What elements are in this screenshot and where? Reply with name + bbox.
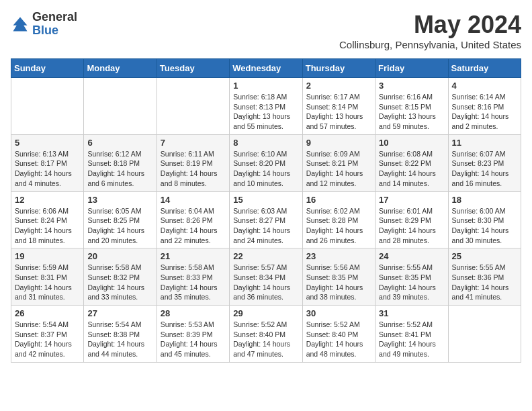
day-info: Sunrise: 6:14 AMSunset: 8:16 PMDaylight:… bbox=[452, 92, 517, 132]
day-info: Sunrise: 5:55 AMSunset: 8:36 PMDaylight:… bbox=[452, 263, 517, 302]
calendar-week-row: 19Sunrise: 5:59 AMSunset: 8:31 PMDayligh… bbox=[11, 248, 521, 306]
day-number: 10 bbox=[379, 138, 444, 148]
calendar-day-cell: 17Sunrise: 6:01 AMSunset: 8:29 PMDayligh… bbox=[375, 191, 448, 248]
calendar-day-cell: 25Sunrise: 5:55 AMSunset: 8:36 PMDayligh… bbox=[448, 248, 521, 306]
day-number: 5 bbox=[15, 138, 80, 148]
day-number: 1 bbox=[233, 81, 298, 91]
calendar-day-cell bbox=[448, 306, 521, 363]
calendar-day-cell: 18Sunrise: 6:00 AMSunset: 8:30 PMDayligh… bbox=[448, 191, 521, 248]
day-number: 27 bbox=[87, 308, 152, 318]
day-info: Sunrise: 6:17 AMSunset: 8:14 PMDaylight:… bbox=[306, 92, 371, 132]
day-number: 22 bbox=[233, 251, 298, 261]
calendar-day-cell: 10Sunrise: 6:08 AMSunset: 8:22 PMDayligh… bbox=[375, 134, 448, 191]
calendar-day-cell: 8Sunrise: 6:10 AMSunset: 8:20 PMDaylight… bbox=[230, 134, 302, 191]
weekday-header-cell: Monday bbox=[84, 59, 157, 78]
calendar-day-cell: 24Sunrise: 5:55 AMSunset: 8:35 PMDayligh… bbox=[375, 248, 448, 306]
day-number: 21 bbox=[161, 251, 226, 261]
day-number: 23 bbox=[306, 251, 371, 261]
logo-text: General Blue bbox=[32, 11, 77, 38]
calendar-week-row: 12Sunrise: 6:06 AMSunset: 8:24 PMDayligh… bbox=[11, 191, 521, 248]
calendar-day-cell bbox=[84, 78, 157, 135]
calendar-day-cell: 27Sunrise: 5:54 AMSunset: 8:38 PMDayligh… bbox=[84, 306, 157, 363]
day-info: Sunrise: 5:53 AMSunset: 8:39 PMDaylight:… bbox=[161, 320, 226, 359]
day-number: 9 bbox=[306, 138, 371, 148]
day-info: Sunrise: 5:54 AMSunset: 8:37 PMDaylight:… bbox=[15, 320, 80, 359]
logo-general: General bbox=[32, 10, 77, 24]
calendar-day-cell: 20Sunrise: 5:58 AMSunset: 8:32 PMDayligh… bbox=[84, 248, 157, 306]
day-info: Sunrise: 5:58 AMSunset: 8:33 PMDaylight:… bbox=[161, 263, 226, 302]
day-number: 15 bbox=[233, 195, 298, 205]
day-info: Sunrise: 5:57 AMSunset: 8:34 PMDaylight:… bbox=[233, 263, 298, 302]
calendar-day-cell: 7Sunrise: 6:11 AMSunset: 8:19 PMDaylight… bbox=[157, 134, 229, 191]
day-info: Sunrise: 6:13 AMSunset: 8:17 PMDaylight:… bbox=[15, 149, 80, 189]
logo-icon bbox=[11, 15, 30, 34]
day-number: 4 bbox=[452, 81, 517, 91]
day-info: Sunrise: 6:00 AMSunset: 8:30 PMDaylight:… bbox=[452, 206, 517, 246]
day-number: 11 bbox=[452, 138, 517, 148]
weekday-header-cell: Thursday bbox=[302, 59, 375, 78]
day-info: Sunrise: 6:01 AMSunset: 8:29 PMDaylight:… bbox=[379, 206, 444, 246]
day-number: 13 bbox=[87, 195, 152, 205]
day-info: Sunrise: 6:10 AMSunset: 8:20 PMDaylight:… bbox=[233, 149, 298, 189]
day-info: Sunrise: 6:02 AMSunset: 8:28 PMDaylight:… bbox=[306, 206, 371, 246]
calendar-week-row: 5Sunrise: 6:13 AMSunset: 8:17 PMDaylight… bbox=[11, 134, 521, 191]
day-info: Sunrise: 6:03 AMSunset: 8:27 PMDaylight:… bbox=[233, 206, 298, 246]
calendar-day-cell: 19Sunrise: 5:59 AMSunset: 8:31 PMDayligh… bbox=[11, 248, 84, 306]
calendar-day-cell: 21Sunrise: 5:58 AMSunset: 8:33 PMDayligh… bbox=[157, 248, 229, 306]
calendar-day-cell: 5Sunrise: 6:13 AMSunset: 8:17 PMDaylight… bbox=[11, 134, 84, 191]
day-number: 8 bbox=[233, 138, 298, 148]
day-number: 17 bbox=[379, 195, 444, 205]
calendar-day-cell: 1Sunrise: 6:18 AMSunset: 8:13 PMDaylight… bbox=[230, 78, 302, 135]
day-number: 31 bbox=[379, 308, 444, 318]
calendar-day-cell bbox=[11, 78, 84, 135]
day-number: 20 bbox=[87, 251, 152, 261]
calendar-day-cell: 12Sunrise: 6:06 AMSunset: 8:24 PMDayligh… bbox=[11, 191, 84, 248]
svg-marker-0 bbox=[13, 17, 28, 31]
logo-blue: Blue bbox=[32, 24, 58, 37]
weekday-header-cell: Friday bbox=[375, 59, 448, 78]
day-info: Sunrise: 6:12 AMSunset: 8:18 PMDaylight:… bbox=[87, 149, 152, 189]
calendar-day-cell: 22Sunrise: 5:57 AMSunset: 8:34 PMDayligh… bbox=[230, 248, 302, 306]
weekday-header-row: SundayMondayTuesdayWednesdayThursdayFrid… bbox=[11, 59, 521, 78]
day-number: 30 bbox=[306, 308, 371, 318]
weekday-header-cell: Wednesday bbox=[230, 59, 302, 78]
calendar-day-cell bbox=[157, 78, 229, 135]
weekday-header-cell: Tuesday bbox=[157, 59, 229, 78]
title-block: May 2024 Collinsburg, Pennsylvania, Unit… bbox=[339, 11, 521, 50]
day-info: Sunrise: 5:58 AMSunset: 8:32 PMDaylight:… bbox=[87, 263, 152, 302]
day-info: Sunrise: 5:55 AMSunset: 8:35 PMDaylight:… bbox=[379, 263, 444, 302]
day-number: 7 bbox=[161, 138, 226, 148]
calendar-day-cell: 23Sunrise: 5:56 AMSunset: 8:35 PMDayligh… bbox=[302, 248, 375, 306]
calendar-day-cell: 26Sunrise: 5:54 AMSunset: 8:37 PMDayligh… bbox=[11, 306, 84, 363]
day-info: Sunrise: 6:05 AMSunset: 8:25 PMDaylight:… bbox=[87, 206, 152, 246]
calendar-day-cell: 29Sunrise: 5:52 AMSunset: 8:40 PMDayligh… bbox=[230, 306, 302, 363]
day-info: Sunrise: 6:18 AMSunset: 8:13 PMDaylight:… bbox=[233, 92, 298, 132]
day-info: Sunrise: 6:04 AMSunset: 8:26 PMDaylight:… bbox=[161, 206, 226, 246]
day-info: Sunrise: 6:06 AMSunset: 8:24 PMDaylight:… bbox=[15, 206, 80, 246]
day-info: Sunrise: 5:56 AMSunset: 8:35 PMDaylight:… bbox=[306, 263, 371, 302]
calendar-week-row: 1Sunrise: 6:18 AMSunset: 8:13 PMDaylight… bbox=[11, 78, 521, 135]
logo: General Blue bbox=[11, 11, 77, 38]
day-number: 25 bbox=[452, 251, 517, 261]
day-number: 29 bbox=[233, 308, 298, 318]
day-number: 24 bbox=[379, 251, 444, 261]
calendar-day-cell: 2Sunrise: 6:17 AMSunset: 8:14 PMDaylight… bbox=[302, 78, 375, 135]
day-number: 28 bbox=[161, 308, 226, 318]
calendar-day-cell: 14Sunrise: 6:04 AMSunset: 8:26 PMDayligh… bbox=[157, 191, 229, 248]
day-number: 16 bbox=[306, 195, 371, 205]
weekday-header-cell: Sunday bbox=[11, 59, 84, 78]
day-info: Sunrise: 6:11 AMSunset: 8:19 PMDaylight:… bbox=[161, 149, 226, 189]
day-info: Sunrise: 6:09 AMSunset: 8:21 PMDaylight:… bbox=[306, 149, 371, 189]
calendar-day-cell: 16Sunrise: 6:02 AMSunset: 8:28 PMDayligh… bbox=[302, 191, 375, 248]
calendar-day-cell: 28Sunrise: 5:53 AMSunset: 8:39 PMDayligh… bbox=[157, 306, 229, 363]
day-number: 6 bbox=[87, 138, 152, 148]
calendar-day-cell: 9Sunrise: 6:09 AMSunset: 8:21 PMDaylight… bbox=[302, 134, 375, 191]
day-number: 18 bbox=[452, 195, 517, 205]
calendar-body: 1Sunrise: 6:18 AMSunset: 8:13 PMDaylight… bbox=[11, 78, 521, 363]
day-info: Sunrise: 5:52 AMSunset: 8:40 PMDaylight:… bbox=[306, 320, 371, 359]
weekday-header-cell: Saturday bbox=[448, 59, 521, 78]
day-number: 2 bbox=[306, 81, 371, 91]
day-info: Sunrise: 5:52 AMSunset: 8:41 PMDaylight:… bbox=[379, 320, 444, 359]
day-info: Sunrise: 6:08 AMSunset: 8:22 PMDaylight:… bbox=[379, 149, 444, 189]
calendar-day-cell: 13Sunrise: 6:05 AMSunset: 8:25 PMDayligh… bbox=[84, 191, 157, 248]
